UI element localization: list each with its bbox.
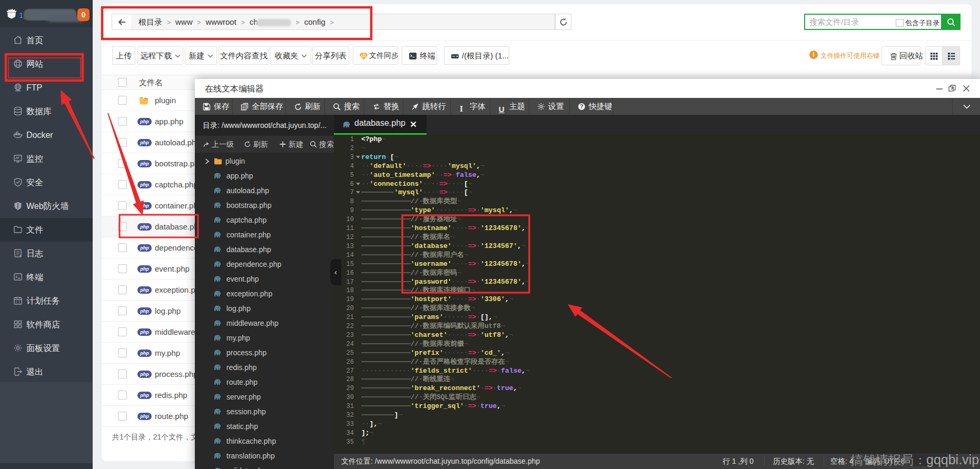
svg-text:?: ? <box>580 104 583 109</box>
